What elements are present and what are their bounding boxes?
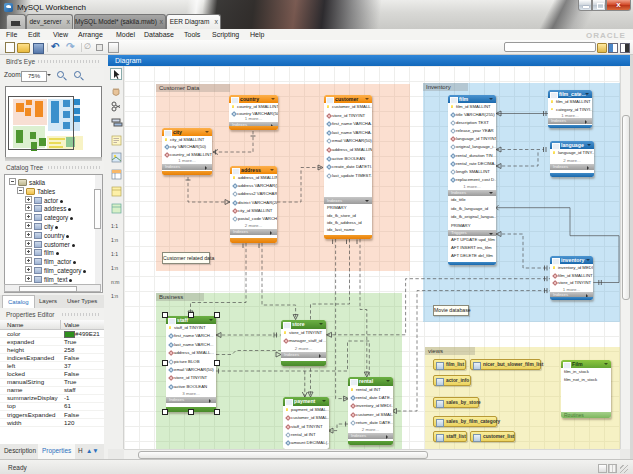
svg-text:1:n: 1:n [111, 265, 118, 271]
svg-text:1:n: 1:n [111, 293, 118, 299]
svg-text:1:1: 1:1 [111, 251, 118, 257]
svg-text:1:n: 1:n [111, 237, 118, 243]
svg-text:n:m: n:m [111, 279, 119, 285]
svg-text:1:1: 1:1 [111, 223, 118, 229]
